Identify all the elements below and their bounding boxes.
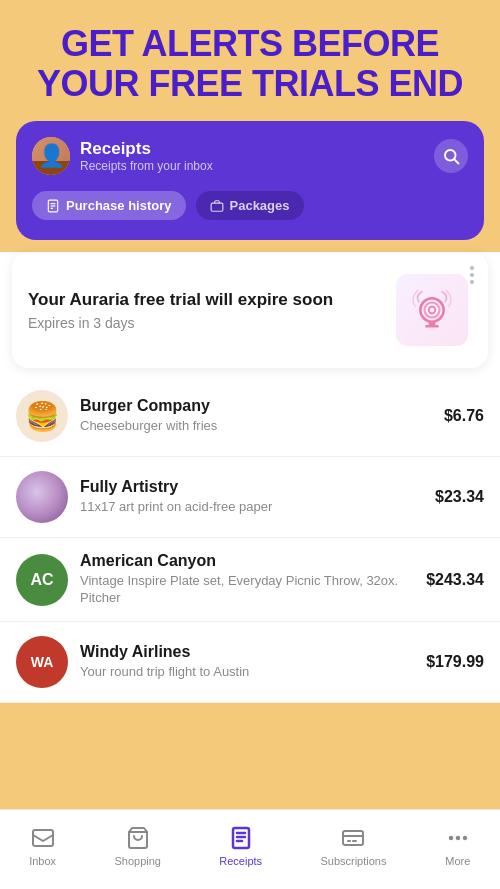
nav-item-inbox[interactable]: Inbox <box>17 819 68 873</box>
subscriptions-icon <box>340 825 366 851</box>
purchase-name: American Canyon <box>80 552 426 570</box>
logo-text: AC <box>30 571 53 589</box>
windy-airlines-info: Windy Airlines Your round trip flight to… <box>80 643 426 681</box>
auraria-logo <box>407 285 457 335</box>
nav-item-more[interactable]: More <box>433 819 483 873</box>
burger-company-logo: 🍔 <box>16 390 68 442</box>
logo-text: WA <box>31 654 54 670</box>
svg-point-9 <box>429 307 436 314</box>
search-button[interactable] <box>434 139 468 173</box>
nav-label-shopping: Shopping <box>114 855 161 867</box>
nav-item-shopping[interactable]: Shopping <box>102 819 173 873</box>
app-header: Receipts Receipts from your inbox <box>32 137 468 175</box>
shopping-icon <box>125 825 151 851</box>
nav-item-receipts[interactable]: Receipts <box>207 819 274 873</box>
purchase-price: $243.34 <box>426 571 484 589</box>
american-canyon-logo: AC <box>16 554 68 606</box>
svg-rect-6 <box>211 203 223 211</box>
windy-airlines-logo: WA <box>16 636 68 688</box>
purchase-name: Burger Company <box>80 397 444 415</box>
purchase-desc: Vintage Inspire Plate set, Everyday Picn… <box>80 573 426 607</box>
list-item[interactable]: AC American Canyon Vintage Inspire Plate… <box>0 538 500 622</box>
bottom-nav: Inbox Shopping Receipts <box>0 809 500 889</box>
tab-packages-label: Packages <box>230 198 290 213</box>
hero-section: GET ALERTS BEFORE YOUR FREE TRIALS END <box>0 0 500 103</box>
app-title-group: Receipts Receipts from your inbox <box>80 139 213 173</box>
more-options-button[interactable] <box>470 266 474 284</box>
purchase-list: 🍔 Burger Company Cheeseburger with fries… <box>0 376 500 703</box>
nav-label-inbox: Inbox <box>29 855 56 867</box>
svg-point-21 <box>464 837 466 839</box>
app-header-left: Receipts Receipts from your inbox <box>32 137 213 175</box>
svg-rect-11 <box>425 325 438 328</box>
purchase-price: $23.34 <box>435 488 484 506</box>
app-title: Receipts <box>80 139 213 159</box>
svg-point-19 <box>450 837 452 839</box>
purchase-desc: Cheeseburger with fries <box>80 418 444 435</box>
trial-image <box>392 270 472 350</box>
hero-title-line2: YOUR FREE TRIALS END <box>24 64 476 104</box>
hero-title: GET ALERTS BEFORE YOUR FREE TRIALS END <box>24 24 476 103</box>
list-item[interactable]: Fully Artistry 11x17 art print on acid-f… <box>0 457 500 538</box>
tab-packages[interactable]: Packages <box>196 191 304 220</box>
tab-purchase-label: Purchase history <box>66 198 172 213</box>
list-item[interactable]: WA Windy Airlines Your round trip flight… <box>0 622 500 703</box>
purchase-name: Windy Airlines <box>80 643 426 661</box>
purchase-price: $179.99 <box>426 653 484 671</box>
svg-point-20 <box>457 837 459 839</box>
svg-line-1 <box>454 160 458 164</box>
receipts-icon <box>228 825 254 851</box>
tab-purchase-history[interactable]: Purchase history <box>32 191 186 220</box>
app-card: Receipts Receipts from your inbox Purcha… <box>16 121 484 240</box>
package-icon <box>210 199 224 213</box>
svg-rect-18 <box>343 831 363 845</box>
svg-point-8 <box>425 303 440 318</box>
burger-company-info: Burger Company Cheeseburger with fries <box>80 397 444 435</box>
american-canyon-info: American Canyon Vintage Inspire Plate se… <box>80 552 426 607</box>
nav-label-more: More <box>445 855 470 867</box>
burger-emoji: 🍔 <box>25 400 60 433</box>
purchase-desc: 11x17 art print on acid-free paper <box>80 499 435 516</box>
fully-artistry-info: Fully Artistry 11x17 art print on acid-f… <box>80 478 435 516</box>
trial-alert-card[interactable]: Your Auraria free trial will expire soon… <box>12 252 488 368</box>
nav-label-receipts: Receipts <box>219 855 262 867</box>
more-icon <box>445 825 471 851</box>
card-tabs: Purchase history Packages <box>32 191 468 220</box>
search-icon <box>442 147 460 165</box>
inbox-icon <box>30 825 56 851</box>
trial-text: Your Auraria free trial will expire soon… <box>28 289 380 331</box>
hero-title-line1: GET ALERTS BEFORE <box>24 24 476 64</box>
nav-label-subscriptions: Subscriptions <box>320 855 386 867</box>
trial-title: Your Auraria free trial will expire soon <box>28 289 380 311</box>
avatar <box>32 137 70 175</box>
trial-expires: Expires in 3 days <box>28 315 380 331</box>
purchase-price: $6.76 <box>444 407 484 425</box>
fully-artistry-logo <box>16 471 68 523</box>
svg-rect-12 <box>33 830 53 846</box>
auraria-icon <box>396 274 468 346</box>
app-subtitle: Receipts from your inbox <box>80 159 213 173</box>
purchase-name: Fully Artistry <box>80 478 435 496</box>
purchase-desc: Your round trip flight to Austin <box>80 664 426 681</box>
list-item[interactable]: 🍔 Burger Company Cheeseburger with fries… <box>0 376 500 457</box>
content-area: Your Auraria free trial will expire soon… <box>0 252 500 703</box>
receipt-icon <box>46 199 60 213</box>
svg-rect-10 <box>429 322 436 325</box>
nav-item-subscriptions[interactable]: Subscriptions <box>308 819 398 873</box>
